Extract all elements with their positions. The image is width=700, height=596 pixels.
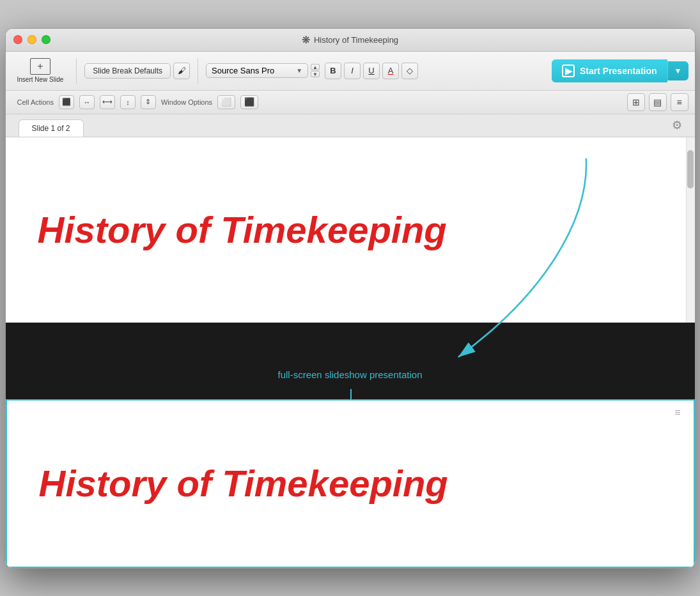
scrollbar-thumb xyxy=(687,150,694,188)
slide2-content: History of Timekeeping xyxy=(7,401,694,567)
font-family-selector[interactable]: Source Sans Pro ▼ xyxy=(206,63,308,78)
content-area: Slide 1 of 2 ⚙ History of Timekeeping xyxy=(6,114,695,568)
start-presentation-dropdown-button[interactable]: ▼ xyxy=(667,61,688,80)
start-presentation-label: Start Presentation xyxy=(580,66,657,76)
play-icon: ▶ xyxy=(562,65,575,77)
annotation-line xyxy=(350,389,352,399)
slide-break-section: Slide Break Defaults 🖌 xyxy=(84,63,190,79)
play-arrow-icon: ▶ xyxy=(565,66,572,76)
bold-button[interactable]: B xyxy=(325,63,341,79)
format-section: B I U A ◇ xyxy=(325,63,418,79)
start-presentation-group: ▶ Start Presentation ▼ xyxy=(552,59,688,82)
slide-content-1: History of Timekeeping xyxy=(6,137,695,323)
slide-settings-button[interactable]: ⚙ xyxy=(672,118,682,132)
toolbar-row1: Insert New Slide Slide Break Defaults 🖌 … xyxy=(6,52,695,91)
cell-expand-up-button[interactable]: ↕ xyxy=(120,95,136,109)
cell-expand-down-button[interactable]: ⇕ xyxy=(141,95,156,109)
application-window: ❋ History of Timekeeping Insert New Slid… xyxy=(5,28,696,569)
font-size-controls: ▲ ▼ xyxy=(311,64,320,77)
window-options-label: Window Options xyxy=(161,98,212,106)
slide-title-2: History of Timekeeping xyxy=(39,462,448,505)
font-size-decrease-button[interactable]: ▼ xyxy=(311,71,320,77)
font-section: Source Sans Pro ▼ ▲ ▼ xyxy=(206,63,320,78)
insert-section: Insert New Slide xyxy=(12,56,69,86)
cell-expand-left-button[interactable]: ↔ xyxy=(79,95,95,109)
window-title: ❋ History of Timekeeping xyxy=(302,34,398,46)
highlight-button[interactable]: ◇ xyxy=(401,63,418,79)
slide-break-defaults-button[interactable]: Slide Break Defaults xyxy=(84,63,171,79)
title-bar: ❋ History of Timekeeping xyxy=(6,29,695,52)
divider-1 xyxy=(76,58,77,84)
traffic-lights xyxy=(13,35,51,44)
right-icons-group: ⊞ ▤ ≡ xyxy=(627,93,688,111)
column-view-button[interactable]: ▤ xyxy=(649,93,667,111)
slide-title-1: History of Timekeeping xyxy=(38,210,447,250)
menu-button[interactable]: ≡ xyxy=(671,93,688,111)
font-color-button[interactable]: A xyxy=(382,63,399,79)
slide-tab-bar: Slide 1 of 2 ⚙ xyxy=(6,114,695,137)
app-icon: ❋ xyxy=(302,34,310,46)
start-presentation-button[interactable]: ▶ Start Presentation xyxy=(552,59,667,82)
insert-slide-icon xyxy=(30,58,51,75)
window-option-2-button[interactable]: ⬛ xyxy=(240,95,258,109)
window-option-1-button[interactable]: ⬜ xyxy=(217,95,235,109)
cell-align-left-button[interactable]: ⬛ xyxy=(59,95,74,109)
divider-2 xyxy=(198,58,198,84)
insert-slide-label: Insert New Slide xyxy=(17,76,64,84)
insert-new-slide-button[interactable]: Insert New Slide xyxy=(12,56,69,86)
grid-view-button[interactable]: ⊞ xyxy=(627,93,645,111)
chevron-down-icon: ▼ xyxy=(296,67,302,74)
slide2-menu-button[interactable]: ≡ xyxy=(674,407,680,418)
underline-button[interactable]: U xyxy=(363,63,380,79)
annotation-text: full-screen slideshow presentation xyxy=(278,369,423,380)
slide-panel-2: ≡ History of Timekeeping xyxy=(6,399,695,568)
italic-button[interactable]: I xyxy=(344,63,361,79)
font-size-increase-button[interactable]: ▲ xyxy=(311,64,320,70)
cell-expand-right-button[interactable]: ⟷ xyxy=(100,95,115,109)
brush-tool-button[interactable]: 🖌 xyxy=(173,63,190,79)
slide-scrollbar[interactable] xyxy=(686,137,695,323)
toolbar-row2: Cell Actions ⬛ ↔ ⟷ ↕ ⇕ Window Options ⬜ … xyxy=(6,91,695,114)
slide-tab-1[interactable]: Slide 1 of 2 xyxy=(19,119,84,137)
slide-panel-1: Slide 1 of 2 ⚙ History of Timekeeping xyxy=(6,114,695,323)
close-button[interactable] xyxy=(13,35,22,44)
window-title-text: History of Timekeeping xyxy=(314,35,398,45)
black-divider: full-screen slideshow presentation xyxy=(6,323,695,399)
cell-actions-label: Cell Actions xyxy=(17,98,54,106)
minimize-button[interactable] xyxy=(27,35,36,44)
maximize-button[interactable] xyxy=(42,35,51,44)
font-family-value: Source Sans Pro xyxy=(212,66,292,75)
